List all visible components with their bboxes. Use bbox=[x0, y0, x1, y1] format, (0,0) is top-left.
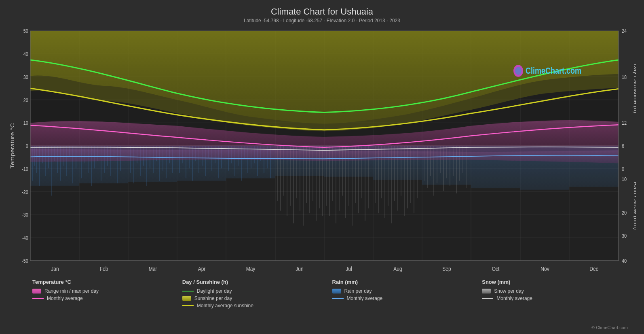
snow-swatch bbox=[482, 289, 491, 294]
temp-range-swatch bbox=[32, 289, 41, 294]
svg-text:Jul: Jul bbox=[346, 265, 352, 272]
legend-item-rain-avg: Monthly average bbox=[332, 296, 482, 301]
svg-text:Feb: Feb bbox=[100, 265, 108, 272]
chart-subtitle: Latitude -54.798 - Longitude -68.257 - E… bbox=[8, 18, 636, 23]
svg-text:20: 20 bbox=[23, 97, 28, 103]
legend-col-sunshine: Day / Sunshine (h) Daylight per day Suns… bbox=[182, 279, 332, 308]
svg-text:40: 40 bbox=[622, 258, 627, 264]
legend-title-snow: Snow (mm) bbox=[482, 279, 632, 285]
svg-point-203 bbox=[515, 67, 522, 75]
legend-item-sunshine-bar: Sunshine per day bbox=[182, 296, 332, 301]
legend-col-snow: Snow (mm) Snow per day Monthly average bbox=[482, 279, 632, 301]
legend-title-temperature: Temperature °C bbox=[32, 279, 182, 285]
daylight-line bbox=[182, 291, 194, 291]
snow-avg-line bbox=[482, 298, 493, 299]
temp-range-label: Range min / max per day bbox=[44, 288, 99, 294]
legend-item-rain-bar: Rain per day bbox=[332, 288, 482, 294]
svg-text:20: 20 bbox=[622, 210, 627, 216]
svg-text:Sep: Sep bbox=[442, 265, 451, 272]
legend-area: Temperature °C Range min / max per day M… bbox=[8, 276, 636, 324]
svg-text:-50: -50 bbox=[22, 258, 28, 264]
svg-text:May: May bbox=[246, 265, 255, 272]
legend-item-daylight: Daylight per day bbox=[182, 288, 332, 294]
svg-text:10: 10 bbox=[23, 120, 28, 126]
svg-text:-20: -20 bbox=[22, 189, 28, 195]
svg-text:Nov: Nov bbox=[541, 265, 549, 272]
svg-text:50: 50 bbox=[23, 28, 28, 34]
rain-swatch bbox=[332, 289, 341, 294]
sunshine-avg-label: Monthly average sunshine bbox=[197, 303, 253, 308]
svg-text:30: 30 bbox=[622, 233, 627, 239]
legend-title-rain: Rain (mm) bbox=[332, 279, 482, 285]
svg-text:Day / Sunshine (h): Day / Sunshine (h) bbox=[633, 64, 636, 113]
svg-text:-30: -30 bbox=[22, 212, 28, 218]
svg-text:Mar: Mar bbox=[149, 265, 157, 272]
svg-text:24: 24 bbox=[622, 28, 627, 34]
svg-text:-40: -40 bbox=[22, 235, 28, 241]
sunshine-swatch bbox=[182, 296, 191, 301]
snow-label: Snow per day bbox=[494, 288, 524, 294]
svg-text:0: 0 bbox=[26, 143, 28, 149]
svg-rect-166 bbox=[30, 146, 619, 261]
legend-col-temperature: Temperature °C Range min / max per day M… bbox=[32, 279, 182, 301]
svg-text:18: 18 bbox=[622, 74, 627, 80]
rain-avg-line bbox=[332, 298, 344, 299]
legend-item-sunshine-avg: Monthly average sunshine bbox=[182, 303, 332, 308]
chart-area: 50 40 30 20 10 0 -10 -20 -30 -40 -50 Tem… bbox=[8, 26, 636, 276]
svg-text:Apr: Apr bbox=[198, 265, 206, 272]
svg-text:Jun: Jun bbox=[296, 265, 303, 272]
legend-item-snow-avg: Monthly average bbox=[482, 296, 632, 301]
legend-item-temp-range: Range min / max per day bbox=[32, 288, 182, 294]
sunshine-avg-line bbox=[182, 305, 194, 306]
legend-col-rain: Rain (mm) Rain per day Monthly average bbox=[332, 279, 482, 301]
chart-svg-wrapper: 50 40 30 20 10 0 -10 -20 -30 -40 -50 Tem… bbox=[8, 26, 636, 276]
legend-title-sunshine: Day / Sunshine (h) bbox=[182, 279, 332, 285]
rain-avg-label: Monthly average bbox=[347, 296, 383, 301]
svg-text:-10: -10 bbox=[22, 166, 28, 172]
svg-text:0: 0 bbox=[622, 166, 624, 172]
legend-item-snow-bar: Snow per day bbox=[482, 288, 632, 294]
rain-label: Rain per day bbox=[344, 288, 372, 294]
chart-title: Climate Chart for Ushuaia bbox=[8, 6, 636, 17]
daylight-label: Daylight per day bbox=[197, 288, 232, 294]
svg-text:6: 6 bbox=[622, 143, 624, 149]
page-wrapper: Climate Chart for Ushuaia Latitude -54.7… bbox=[0, 0, 644, 334]
svg-text:Aug: Aug bbox=[393, 265, 402, 272]
svg-text:Jan: Jan bbox=[51, 265, 59, 272]
snow-avg-label: Monthly average bbox=[496, 296, 532, 301]
svg-text:Temperature °C: Temperature °C bbox=[9, 123, 15, 168]
svg-text:Oct: Oct bbox=[492, 265, 500, 272]
svg-text:10: 10 bbox=[622, 176, 627, 182]
svg-text:Rain / Snow (mm): Rain / Snow (mm) bbox=[633, 182, 636, 230]
svg-text:ClimeChart.com: ClimeChart.com bbox=[526, 66, 581, 76]
svg-text:30: 30 bbox=[23, 74, 28, 80]
copyright: © ClimeChart.com bbox=[8, 325, 636, 330]
svg-text:Dec: Dec bbox=[589, 265, 598, 272]
legend-item-temp-avg: Monthly average bbox=[32, 296, 182, 301]
chart-header: Climate Chart for Ushuaia Latitude -54.7… bbox=[8, 4, 636, 24]
svg-text:40: 40 bbox=[23, 51, 28, 57]
temp-avg-line bbox=[32, 298, 44, 299]
sunshine-label: Sunshine per day bbox=[194, 296, 232, 301]
temp-avg-label: Monthly average bbox=[47, 296, 83, 301]
svg-text:12: 12 bbox=[622, 120, 627, 126]
